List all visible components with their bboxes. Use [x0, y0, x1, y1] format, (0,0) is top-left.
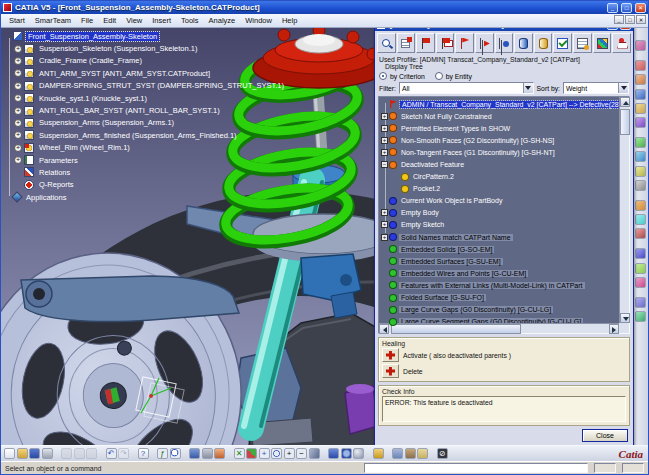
right-toolbar-icon[interactable] — [635, 311, 646, 322]
tree-expander-icon[interactable] — [14, 45, 22, 53]
tree-item[interactable]: Cradle_Frame (Cradle_Frame) — [3, 55, 375, 67]
tree-item[interactable]: Parameters — [3, 154, 375, 166]
expander-icon[interactable] — [381, 113, 388, 120]
whats-this-icon[interactable]: ? — [138, 448, 149, 459]
tree-item[interactable]: ANTI_ROLL_BAR_SYST (ANTI_ROLL_BAR_SYST.1… — [3, 104, 375, 116]
result-row[interactable]: Folded Surface [G-SU-FO] — [379, 292, 629, 304]
help-button[interactable]: ? — [607, 28, 618, 30]
dropdown-arrow-icon[interactable] — [618, 83, 628, 93]
data-grid-icon[interactable] — [189, 448, 200, 459]
undo-icon[interactable]: ↶ — [106, 448, 117, 459]
expander-icon[interactable] — [381, 221, 388, 228]
mdi-minimize-button[interactable]: _ — [614, 15, 624, 24]
people-icon[interactable] — [214, 448, 225, 459]
result-row[interactable]: ADMIN / Transcat_Company_Standard_v2 [CA… — [379, 98, 629, 110]
redo-icon[interactable]: ↷ — [118, 448, 129, 459]
right-toolbar-icon[interactable] — [635, 180, 646, 191]
result-row[interactable]: Embedded Wires and Points [G-CU-EM] — [379, 267, 629, 279]
expander-icon[interactable] — [381, 209, 388, 216]
result-row[interactable]: Permitted Element Types in SHOW — [379, 122, 629, 134]
vertical-scrollbar[interactable] — [619, 97, 629, 323]
qchecker-toolbar-button[interactable] — [514, 33, 533, 53]
result-row[interactable]: Embedded Surfaces [G-SU-EM] — [379, 255, 629, 267]
result-row[interactable]: Non-Smooth Faces (G2 Discontinuity) [G-S… — [379, 134, 629, 146]
open-folder-icon[interactable] — [17, 448, 28, 459]
menu-item[interactable]: File — [77, 15, 97, 26]
delete-button[interactable] — [382, 364, 399, 378]
right-toolbar-icon[interactable] — [635, 214, 646, 225]
scroll-thumb[interactable] — [391, 324, 521, 334]
mdi-close-button[interactable]: ✕ — [636, 15, 646, 24]
result-row[interactable]: Non-Tangent Faces (G1 Discontinuity) [G-… — [379, 146, 629, 158]
zoom-in-icon[interactable]: + — [284, 448, 295, 459]
radio-by-entity[interactable]: by Entity — [435, 72, 472, 80]
copy-icon[interactable] — [74, 448, 85, 459]
sphere-icon[interactable] — [353, 448, 364, 459]
result-row[interactable]: Sketch Not Fully Constrained — [379, 110, 629, 122]
3d-viewport[interactable]: Front_Suspension_Assembly-Skeleton Suspe… — [1, 28, 648, 445]
close-dialog-button[interactable]: Close — [582, 429, 628, 442]
result-row[interactable]: Deactivated Feature — [379, 158, 629, 170]
horizontal-scrollbar[interactable] — [379, 323, 619, 333]
shaded-window-icon[interactable] — [341, 448, 352, 459]
qchecker-toolbar-button[interactable] — [455, 33, 474, 53]
qchecker-toolbar-button[interactable] — [534, 33, 553, 53]
tree-item[interactable]: ANTI_ARM_SYST [ANTI_ARM_SYST.CATProduct] — [3, 67, 375, 79]
tree-expander-icon[interactable] — [14, 156, 22, 164]
menu-item[interactable]: Analyze — [205, 15, 240, 26]
right-toolbar-icon[interactable] — [635, 137, 646, 148]
new-document-icon[interactable] — [4, 448, 15, 459]
scroll-right-icon[interactable] — [609, 324, 619, 334]
qchecker-toolbar-button[interactable] — [397, 33, 416, 53]
result-row[interactable]: Embedded Solids [G-SO-EM] — [379, 243, 629, 255]
mdi-restore-button[interactable]: □ — [625, 15, 635, 24]
qchecker-toolbar-button[interactable] — [416, 33, 435, 53]
right-toolbar-icon[interactable] — [635, 103, 646, 114]
search-document-icon[interactable] — [170, 448, 181, 459]
scroll-up-icon[interactable] — [620, 97, 630, 107]
qchecker-toolbar-button[interactable] — [593, 33, 612, 53]
radio-by-criterion[interactable]: by Criterion — [379, 72, 425, 80]
menu-item[interactable]: View — [122, 15, 146, 26]
tree-item[interactable]: Suspension_Arms (Suspension_Arms.1) — [3, 117, 375, 129]
result-row[interactable]: Pocket.2 — [379, 183, 629, 195]
tree-expander-icon[interactable] — [14, 119, 22, 127]
cut-icon[interactable] — [61, 448, 72, 459]
right-toolbar-icon[interactable] — [635, 297, 646, 308]
results-list[interactable]: ADMIN / Transcat_Company_Standard_v2 [CA… — [379, 97, 629, 333]
right-toolbar-icon[interactable] — [635, 277, 646, 288]
status-box[interactable] — [622, 463, 644, 473]
qchecker-toolbar-button[interactable] — [377, 33, 396, 53]
right-toolbar-icon[interactable] — [635, 40, 646, 51]
speaker-icon[interactable] — [405, 448, 416, 459]
expander-icon[interactable] — [381, 234, 388, 241]
filter-dropdown[interactable]: All — [399, 82, 534, 94]
maximize-button[interactable]: □ — [621, 3, 632, 13]
print-icon[interactable] — [42, 448, 53, 459]
tree-item[interactable]: DAMPER-SPRING_STRUT_SYST (DAMPER-SPRING_… — [3, 80, 375, 92]
tree-expander-icon[interactable] — [14, 107, 22, 115]
paste-icon[interactable] — [86, 448, 97, 459]
menu-item[interactable]: Help — [278, 15, 301, 26]
right-toolbar-icon[interactable] — [635, 263, 646, 274]
right-toolbar-icon[interactable] — [635, 151, 646, 162]
right-toolbar-icon[interactable] — [635, 228, 646, 239]
qchecker-toolbar-button[interactable] — [436, 33, 455, 53]
menu-item[interactable]: Edit — [99, 15, 120, 26]
result-row[interactable]: Empty Body — [379, 207, 629, 219]
result-row[interactable]: Large Curve Gaps (G0 Discontinuity) [G-C… — [379, 304, 629, 316]
normal-view-icon[interactable] — [309, 448, 320, 459]
menu-item[interactable]: Insert — [148, 15, 175, 26]
qchecker-toolbar-button[interactable] — [553, 33, 572, 53]
expander-icon[interactable] — [381, 125, 388, 132]
tree-item[interactable]: Knuckle_syst.1 (Knuckle_syst.1) — [3, 92, 375, 104]
tree-item[interactable]: Wheel_Rim (Wheel_Rim.1) — [3, 142, 375, 154]
menu-item[interactable]: Start — [5, 15, 29, 26]
expander-icon[interactable] — [381, 161, 388, 168]
result-row[interactable]: Features with External Links (Multi-Mode… — [379, 279, 629, 291]
qchecker-toolbar-button[interactable] — [475, 33, 494, 53]
right-toolbar-icon[interactable] — [635, 166, 646, 177]
tree-item[interactable]: Relations — [3, 166, 375, 178]
tree-expander-icon[interactable] — [14, 57, 22, 65]
right-toolbar-icon[interactable] — [635, 89, 646, 100]
